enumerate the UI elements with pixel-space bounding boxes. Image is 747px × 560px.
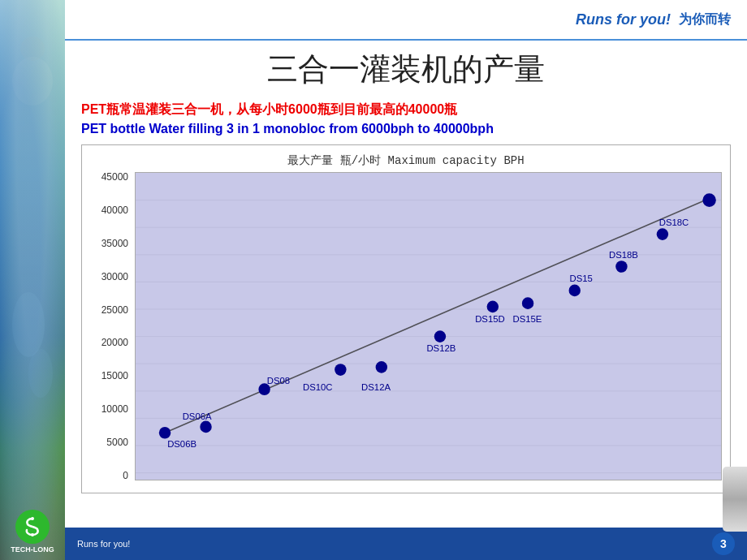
svg-point-24 bbox=[335, 364, 346, 376]
svg-point-42 bbox=[31, 533, 34, 536]
svg-point-18 bbox=[159, 427, 171, 439]
svg-point-34 bbox=[569, 285, 581, 297]
y-label-10000: 10000 bbox=[101, 404, 128, 414]
runs-for-you-text: Runs for you! bbox=[576, 11, 671, 28]
svg-point-36 bbox=[615, 261, 627, 273]
svg-point-4 bbox=[28, 349, 53, 398]
logo-area: TECH-LONG bbox=[4, 507, 61, 556]
svg-text:DS12B: DS12B bbox=[426, 343, 456, 353]
svg-text:DS15E: DS15E bbox=[513, 314, 542, 324]
footer-text: Runs for you! bbox=[77, 539, 130, 549]
svg-point-30 bbox=[487, 301, 499, 313]
svg-point-32 bbox=[522, 297, 533, 309]
svg-point-38 bbox=[657, 228, 668, 240]
svg-text:DS15: DS15 bbox=[570, 274, 593, 283]
svg-text:DS06A: DS06A bbox=[183, 411, 212, 421]
chart-container: 最大产量 瓶/小时 Maximum capacity BPH 45000 400… bbox=[81, 144, 731, 493]
subtitle-chinese: PET瓶常温灌装三合一机，从每小时6000瓶到目前最高的40000瓶 bbox=[81, 101, 731, 118]
chinese-tagline-text: 为你而转 bbox=[679, 11, 731, 28]
svg-point-20 bbox=[200, 421, 211, 433]
chart-area: 45000 40000 35000 30000 25000 20000 1500… bbox=[90, 172, 722, 480]
y-axis-labels: 45000 40000 35000 30000 25000 20000 1500… bbox=[90, 172, 135, 480]
subtitle-english: PET bottle Water filling 3 in 1 monobloc… bbox=[81, 122, 731, 136]
y-label-5000: 5000 bbox=[106, 437, 128, 447]
svg-text:DS06B: DS06B bbox=[167, 439, 196, 449]
y-label-20000: 20000 bbox=[101, 338, 128, 347]
right-decorative-element bbox=[723, 467, 747, 532]
tech-long-logo-icon bbox=[20, 515, 45, 539]
main-content: 三合一灌装机的产量 PET瓶常温灌装三合一机，从每小时6000瓶到目前最高的40… bbox=[65, 41, 747, 528]
svg-rect-0 bbox=[0, 0, 65, 560]
svg-text:DS08: DS08 bbox=[267, 376, 290, 386]
svg-point-1 bbox=[12, 57, 53, 106]
svg-text:DS15D: DS15D bbox=[475, 314, 505, 324]
svg-point-26 bbox=[376, 361, 387, 373]
svg-point-28 bbox=[434, 330, 446, 342]
svg-rect-5 bbox=[136, 173, 721, 480]
y-label-15000: 15000 bbox=[101, 371, 128, 381]
page-title: 三合一灌装机的产量 bbox=[81, 49, 731, 90]
svg-text:DS12A: DS12A bbox=[361, 382, 391, 392]
top-header: Runs for you! 为你而转 bbox=[65, 0, 747, 41]
svg-point-40 bbox=[702, 193, 715, 207]
svg-point-2 bbox=[20, 37, 45, 61]
logo-text: TECH-LONG bbox=[11, 545, 54, 554]
logo-circle bbox=[15, 510, 50, 544]
y-label-30000: 30000 bbox=[101, 272, 128, 282]
y-label-0: 0 bbox=[123, 471, 128, 480]
page-number: 3 bbox=[712, 532, 735, 555]
left-decorative-strip bbox=[0, 0, 65, 560]
y-label-25000: 25000 bbox=[101, 305, 128, 315]
svg-point-3 bbox=[12, 292, 45, 357]
y-label-35000: 35000 bbox=[101, 239, 128, 248]
svg-text:DS18C: DS18C bbox=[659, 218, 689, 227]
chart-svg: DS06B DS06A DS08 DS10C DS12A DS12B bbox=[136, 173, 721, 480]
chart-title: 最大产量 瓶/小时 Maximum capacity BPH bbox=[90, 153, 722, 168]
svg-text:DS10C: DS10C bbox=[303, 382, 333, 392]
plot-area: DS06B DS06A DS08 DS10C DS12A DS12B bbox=[135, 172, 722, 480]
y-label-40000: 40000 bbox=[101, 205, 128, 215]
y-label-45000: 45000 bbox=[101, 172, 128, 182]
svg-point-41 bbox=[31, 517, 34, 520]
bottom-bar: Runs for you! 3 bbox=[65, 528, 747, 560]
svg-text:DS18B: DS18B bbox=[609, 250, 638, 260]
